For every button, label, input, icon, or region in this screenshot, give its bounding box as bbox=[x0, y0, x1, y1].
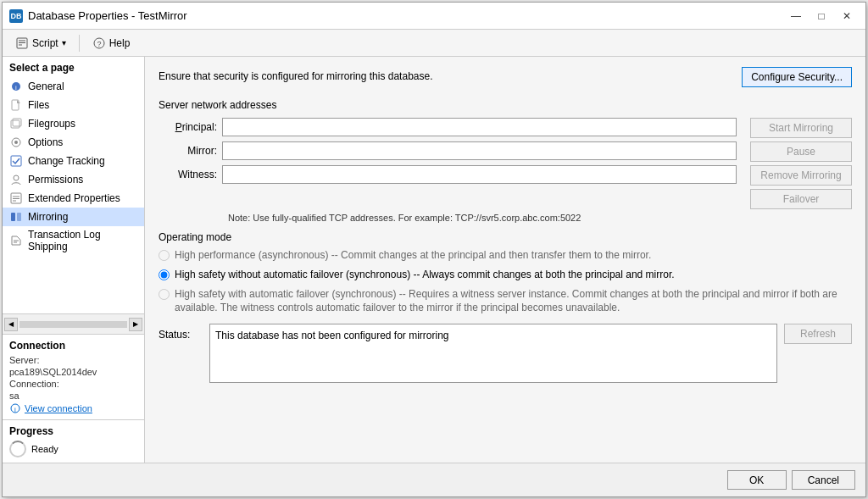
radio-high-safety-failover-label: High safety with automatic failover (syn… bbox=[175, 287, 852, 316]
sidebar-item-files[interactable]: Files bbox=[3, 96, 144, 114]
server-value-row: pca189\SQL2014dev bbox=[9, 367, 137, 377]
svg-text:i: i bbox=[14, 406, 16, 413]
connection-label: Connection: bbox=[9, 379, 59, 389]
radio-high-safety-no-failover[interactable] bbox=[159, 269, 170, 280]
sidebar-progress: Progress Ready bbox=[3, 419, 144, 463]
change-tracking-icon bbox=[9, 154, 23, 168]
mirror-row: Mirror: bbox=[159, 141, 743, 160]
progress-status: Ready bbox=[9, 441, 137, 457]
radio-high-perf-row: High performance (asynchronous) -- Commi… bbox=[159, 248, 852, 263]
server-value: pca189\SQL2014dev bbox=[9, 367, 97, 377]
sidebar-item-label: Extended Properties bbox=[28, 192, 120, 204]
witness-label: Witness: bbox=[159, 169, 222, 180]
bottom-bar: OK Cancel bbox=[3, 463, 865, 496]
sidebar-item-label: Change Tracking bbox=[28, 155, 105, 167]
sidebar-scroll-area: i General Files Filegroups bbox=[3, 77, 144, 313]
dropdown-arrow: ▾ bbox=[62, 38, 66, 47]
script-label: Script bbox=[32, 37, 58, 49]
view-connection-icon: i bbox=[9, 402, 21, 414]
maximize-button[interactable]: □ bbox=[810, 7, 833, 25]
server-label: Server: bbox=[9, 355, 39, 365]
ok-button[interactable]: OK bbox=[727, 470, 787, 490]
witness-input[interactable] bbox=[222, 165, 737, 184]
mirroring-icon bbox=[9, 210, 23, 224]
radio-high-safety-no-failover-label: High safety without automatic failover (… bbox=[175, 268, 675, 282]
scroll-right-arrow[interactable]: ▶ bbox=[129, 318, 142, 331]
mirror-label: Mirror: bbox=[159, 145, 222, 157]
sidebar-item-label: Filegroups bbox=[28, 118, 75, 130]
witness-row: Witness: bbox=[159, 165, 743, 184]
sidebar-item-general[interactable]: i General bbox=[3, 77, 144, 96]
content-area: Select a page i General Files bbox=[3, 57, 865, 463]
mirror-input[interactable] bbox=[222, 141, 737, 160]
note-text: Note: Use fully-qualified TCP addresses.… bbox=[228, 213, 852, 223]
script-button[interactable]: Script ▾ bbox=[9, 33, 72, 53]
svg-text:i: i bbox=[15, 84, 17, 91]
transaction-log-icon bbox=[9, 234, 23, 247]
status-box: This database has not been configured fo… bbox=[209, 324, 777, 383]
connection-label-row: Connection: bbox=[9, 379, 137, 389]
principal-label: Principal: bbox=[159, 121, 222, 133]
remove-mirroring-button[interactable]: Remove Mirroring bbox=[750, 165, 852, 186]
sidebar-connection: Connection Server: pca189\SQL2014dev Con… bbox=[3, 334, 144, 419]
refresh-button[interactable]: Refresh bbox=[784, 324, 852, 344]
radio-high-perf[interactable] bbox=[159, 250, 170, 261]
svg-rect-21 bbox=[17, 213, 21, 221]
notice-text: Ensure that security is configured for m… bbox=[159, 67, 432, 82]
sidebar-item-change-tracking[interactable]: Change Tracking bbox=[3, 152, 144, 170]
fields-col: Principal: Mirror: Witness: bbox=[159, 118, 743, 209]
sidebar-item-transaction-log[interactable]: Transaction Log Shipping bbox=[3, 226, 144, 255]
fields-and-buttons: Principal: Mirror: Witness: Start Mirror… bbox=[159, 118, 852, 209]
sidebar-scrollbar[interactable]: ◀ ▶ bbox=[3, 313, 144, 334]
radio-high-safety-failover[interactable] bbox=[159, 289, 170, 300]
scroll-track bbox=[19, 321, 127, 328]
start-mirroring-button[interactable]: Start Mirroring bbox=[750, 118, 852, 138]
configure-security-button[interactable]: Configure Security... bbox=[742, 67, 852, 87]
principal-label-text: Principal: bbox=[175, 121, 217, 133]
minimize-button[interactable]: — bbox=[784, 7, 808, 25]
main-panel: Ensure that security is configured for m… bbox=[145, 57, 865, 463]
sidebar-item-mirroring[interactable]: Mirroring bbox=[3, 208, 144, 226]
progress-title: Progress bbox=[9, 425, 137, 437]
window-title: Database Properties - TestMirror bbox=[28, 9, 187, 22]
svg-text:?: ? bbox=[97, 40, 101, 48]
view-connection-link[interactable]: i View connection bbox=[9, 402, 137, 414]
server-label-row: Server: bbox=[9, 355, 137, 365]
status-label: Status: bbox=[159, 324, 203, 341]
principal-input[interactable] bbox=[222, 118, 737, 136]
close-button[interactable]: ✕ bbox=[835, 7, 859, 25]
svg-point-15 bbox=[14, 175, 19, 180]
sidebar-item-label: Transaction Log Shipping bbox=[28, 229, 137, 252]
sidebar-item-label: Files bbox=[28, 99, 49, 111]
help-label: Help bbox=[109, 37, 131, 49]
radio-high-perf-label: High performance (asynchronous) -- Commi… bbox=[175, 248, 651, 263]
script-icon bbox=[15, 36, 29, 50]
sidebar-item-permissions[interactable]: Permissions bbox=[3, 170, 144, 189]
database-properties-window: DB Database Properties - TestMirror — □ … bbox=[2, 2, 866, 497]
security-notice: Ensure that security is configured for m… bbox=[159, 67, 852, 87]
operating-mode-header: Operating mode bbox=[159, 231, 852, 243]
sidebar-section-title: Select a page bbox=[3, 57, 144, 77]
sidebar-item-options[interactable]: Options bbox=[3, 133, 144, 152]
sidebar-item-label: Mirroring bbox=[28, 211, 68, 223]
principal-row: Principal: bbox=[159, 118, 743, 136]
failover-button[interactable]: Failover bbox=[750, 189, 852, 209]
server-network-header: Server network addresses bbox=[159, 99, 852, 111]
radio-high-safety-no-failover-row: High safety without automatic failover (… bbox=[159, 268, 852, 282]
progress-spinner bbox=[9, 441, 26, 457]
connection-value: sa bbox=[9, 391, 19, 401]
help-button[interactable]: ? Help bbox=[86, 33, 136, 53]
sidebar-item-label: Permissions bbox=[28, 174, 83, 186]
svg-rect-20 bbox=[11, 213, 15, 221]
files-icon bbox=[9, 98, 23, 112]
sidebar-item-label: General bbox=[28, 80, 64, 92]
action-buttons: Start Mirroring Pause Remove Mirroring F… bbox=[750, 118, 852, 209]
title-controls: — □ ✕ bbox=[784, 7, 859, 25]
general-icon: i bbox=[9, 80, 23, 93]
sidebar-item-filegroups[interactable]: Filegroups bbox=[3, 114, 144, 133]
cancel-button[interactable]: Cancel bbox=[792, 470, 855, 490]
sidebar-item-extended-properties[interactable]: Extended Properties bbox=[3, 189, 144, 208]
pause-button[interactable]: Pause bbox=[750, 141, 852, 162]
scroll-left-arrow[interactable]: ◀ bbox=[4, 318, 18, 331]
options-icon bbox=[9, 136, 23, 149]
